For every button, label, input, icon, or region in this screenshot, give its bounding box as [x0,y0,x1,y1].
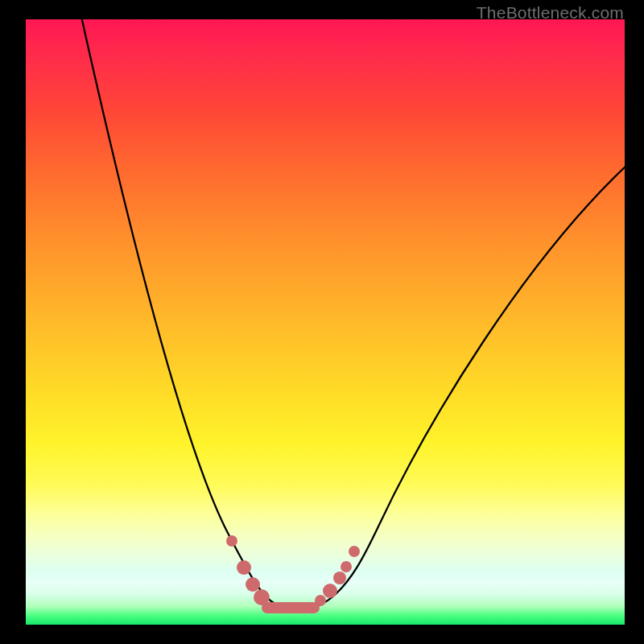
bottleneck-curve [80,13,628,609]
curve-marker [315,595,326,606]
curve-marker [349,546,360,557]
curve-marker [237,560,251,575]
watermark-text: TheBottleneck.com [477,3,624,23]
plot-area [26,19,625,625]
curve-layer [26,19,625,625]
curve-marker [246,577,260,592]
curve-marker [341,561,352,572]
curve-marker [333,572,346,584]
curve-marker [226,535,237,547]
curve-marker [254,589,270,605]
chart-frame: TheBottleneck.com [0,0,644,644]
curve-marker [323,584,337,598]
